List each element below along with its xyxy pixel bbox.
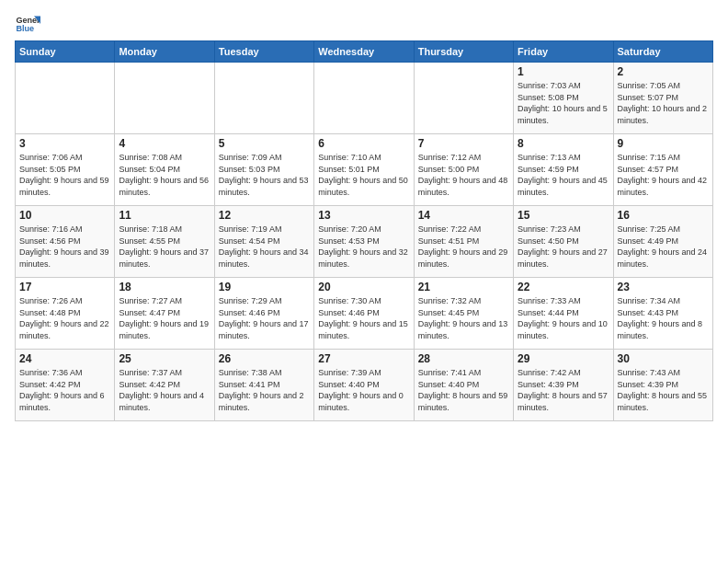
day-info: Sunrise: 7:32 AM Sunset: 4:45 PM Dayligh…: [418, 295, 509, 341]
calendar-cell: 4Sunrise: 7:08 AM Sunset: 5:04 PM Daylig…: [115, 134, 214, 206]
calendar-cell: 29Sunrise: 7:42 AM Sunset: 4:39 PM Dayli…: [514, 350, 613, 421]
calendar-cell: [414, 63, 513, 134]
calendar-cell: 17Sunrise: 7:26 AM Sunset: 4:48 PM Dayli…: [16, 278, 115, 350]
day-number: 13: [318, 209, 409, 222]
calendar-cell: [214, 63, 313, 134]
weekday-header-saturday: Saturday: [613, 41, 712, 63]
day-info: Sunrise: 7:42 AM Sunset: 4:39 PM Dayligh…: [518, 367, 609, 413]
day-number: 24: [19, 352, 110, 365]
calendar-cell: [314, 63, 414, 134]
day-info: Sunrise: 7:20 AM Sunset: 4:53 PM Dayligh…: [318, 224, 409, 270]
day-number: 30: [618, 352, 709, 365]
calendar-cell: 26Sunrise: 7:38 AM Sunset: 4:41 PM Dayli…: [214, 350, 313, 421]
day-number: 28: [418, 352, 509, 365]
calendar-cell: 10Sunrise: 7:16 AM Sunset: 4:56 PM Dayli…: [16, 206, 115, 278]
day-number: 16: [618, 209, 709, 222]
day-info: Sunrise: 7:37 AM Sunset: 4:42 PM Dayligh…: [119, 367, 210, 413]
day-number: 15: [518, 209, 609, 222]
day-info: Sunrise: 7:25 AM Sunset: 4:49 PM Dayligh…: [618, 224, 709, 270]
day-number: 7: [418, 137, 509, 150]
day-info: Sunrise: 7:36 AM Sunset: 4:42 PM Dayligh…: [19, 367, 110, 413]
calendar-cell: 13Sunrise: 7:20 AM Sunset: 4:53 PM Dayli…: [314, 206, 414, 278]
day-info: Sunrise: 7:08 AM Sunset: 5:04 PM Dayligh…: [119, 152, 210, 198]
day-number: 17: [19, 281, 110, 293]
calendar-cell: 19Sunrise: 7:29 AM Sunset: 4:46 PM Dayli…: [214, 278, 313, 350]
day-info: Sunrise: 7:05 AM Sunset: 5:07 PM Dayligh…: [618, 80, 709, 126]
calendar-cell: 7Sunrise: 7:12 AM Sunset: 5:00 PM Daylig…: [414, 134, 513, 206]
calendar-cell: 27Sunrise: 7:39 AM Sunset: 4:40 PM Dayli…: [314, 350, 414, 421]
day-info: Sunrise: 7:03 AM Sunset: 5:08 PM Dayligh…: [518, 80, 609, 126]
weekday-header-thursday: Thursday: [414, 41, 513, 63]
day-info: Sunrise: 7:33 AM Sunset: 4:44 PM Dayligh…: [518, 295, 609, 341]
day-info: Sunrise: 7:15 AM Sunset: 4:57 PM Dayligh…: [618, 152, 709, 198]
day-info: Sunrise: 7:23 AM Sunset: 4:50 PM Dayligh…: [518, 224, 609, 270]
calendar-cell: [115, 63, 214, 134]
day-number: 18: [119, 281, 210, 293]
day-info: Sunrise: 7:18 AM Sunset: 4:55 PM Dayligh…: [119, 224, 210, 270]
svg-text:Blue: Blue: [16, 24, 34, 33]
day-info: Sunrise: 7:12 AM Sunset: 5:00 PM Dayligh…: [418, 152, 509, 198]
calendar-cell: 25Sunrise: 7:37 AM Sunset: 4:42 PM Dayli…: [115, 350, 214, 421]
weekday-header-friday: Friday: [514, 41, 613, 63]
day-number: 9: [618, 137, 709, 150]
day-info: Sunrise: 7:34 AM Sunset: 4:43 PM Dayligh…: [618, 295, 709, 341]
day-number: 29: [518, 352, 609, 365]
weekday-header-tuesday: Tuesday: [214, 41, 313, 63]
day-number: 1: [518, 65, 609, 78]
calendar-cell: 2Sunrise: 7:05 AM Sunset: 5:07 PM Daylig…: [613, 63, 712, 134]
calendar-cell: 30Sunrise: 7:43 AM Sunset: 4:39 PM Dayli…: [613, 350, 712, 421]
day-info: Sunrise: 7:26 AM Sunset: 4:48 PM Dayligh…: [19, 295, 110, 341]
day-number: 25: [119, 352, 210, 365]
calendar-cell: [16, 63, 115, 134]
day-info: Sunrise: 7:09 AM Sunset: 5:03 PM Dayligh…: [219, 152, 310, 198]
calendar-cell: 15Sunrise: 7:23 AM Sunset: 4:50 PM Dayli…: [514, 206, 613, 278]
day-info: Sunrise: 7:29 AM Sunset: 4:46 PM Dayligh…: [219, 295, 310, 341]
logo-icon: General Blue: [15, 11, 40, 37]
calendar-cell: 11Sunrise: 7:18 AM Sunset: 4:55 PM Dayli…: [115, 206, 214, 278]
week-row-1: 1Sunrise: 7:03 AM Sunset: 5:08 PM Daylig…: [16, 63, 713, 134]
day-number: 26: [219, 352, 310, 365]
calendar-cell: 5Sunrise: 7:09 AM Sunset: 5:03 PM Daylig…: [214, 134, 313, 206]
day-info: Sunrise: 7:22 AM Sunset: 4:51 PM Dayligh…: [418, 224, 509, 270]
day-info: Sunrise: 7:30 AM Sunset: 4:46 PM Dayligh…: [318, 295, 409, 341]
calendar-cell: 3Sunrise: 7:06 AM Sunset: 5:05 PM Daylig…: [16, 134, 115, 206]
day-number: 2: [618, 65, 709, 78]
calendar-cell: 1Sunrise: 7:03 AM Sunset: 5:08 PM Daylig…: [514, 63, 613, 134]
week-row-4: 17Sunrise: 7:26 AM Sunset: 4:48 PM Dayli…: [16, 278, 713, 350]
week-row-5: 24Sunrise: 7:36 AM Sunset: 4:42 PM Dayli…: [16, 350, 713, 421]
calendar-cell: 8Sunrise: 7:13 AM Sunset: 4:59 PM Daylig…: [514, 134, 613, 206]
day-info: Sunrise: 7:41 AM Sunset: 4:40 PM Dayligh…: [418, 367, 509, 413]
calendar-cell: 14Sunrise: 7:22 AM Sunset: 4:51 PM Dayli…: [414, 206, 513, 278]
day-number: 12: [219, 209, 310, 222]
day-info: Sunrise: 7:19 AM Sunset: 4:54 PM Dayligh…: [219, 224, 310, 270]
calendar-cell: 20Sunrise: 7:30 AM Sunset: 4:46 PM Dayli…: [314, 278, 414, 350]
day-number: 10: [19, 209, 110, 222]
day-number: 23: [618, 281, 709, 293]
week-row-2: 3Sunrise: 7:06 AM Sunset: 5:05 PM Daylig…: [16, 134, 713, 206]
day-number: 4: [119, 137, 210, 150]
calendar-cell: 21Sunrise: 7:32 AM Sunset: 4:45 PM Dayli…: [414, 278, 513, 350]
day-info: Sunrise: 7:27 AM Sunset: 4:47 PM Dayligh…: [119, 295, 210, 341]
logo: General Blue: [15, 11, 40, 37]
day-info: Sunrise: 7:43 AM Sunset: 4:39 PM Dayligh…: [618, 367, 709, 413]
day-number: 6: [318, 137, 409, 150]
calendar-table: SundayMondayTuesdayWednesdayThursdayFrid…: [15, 40, 713, 421]
calendar-cell: 28Sunrise: 7:41 AM Sunset: 4:40 PM Dayli…: [414, 350, 513, 421]
header: General Blue: [15, 11, 713, 37]
calendar-cell: 16Sunrise: 7:25 AM Sunset: 4:49 PM Dayli…: [613, 206, 712, 278]
weekday-header-row: SundayMondayTuesdayWednesdayThursdayFrid…: [16, 41, 713, 63]
calendar-cell: 6Sunrise: 7:10 AM Sunset: 5:01 PM Daylig…: [314, 134, 414, 206]
day-number: 11: [119, 209, 210, 222]
day-info: Sunrise: 7:38 AM Sunset: 4:41 PM Dayligh…: [219, 367, 310, 413]
day-info: Sunrise: 7:39 AM Sunset: 4:40 PM Dayligh…: [318, 367, 409, 413]
day-info: Sunrise: 7:10 AM Sunset: 5:01 PM Dayligh…: [318, 152, 409, 198]
week-row-3: 10Sunrise: 7:16 AM Sunset: 4:56 PM Dayli…: [16, 206, 713, 278]
day-info: Sunrise: 7:13 AM Sunset: 4:59 PM Dayligh…: [518, 152, 609, 198]
day-number: 20: [318, 281, 409, 293]
weekday-header-monday: Monday: [115, 41, 214, 63]
calendar-cell: 24Sunrise: 7:36 AM Sunset: 4:42 PM Dayli…: [16, 350, 115, 421]
day-number: 22: [518, 281, 609, 293]
calendar-cell: 9Sunrise: 7:15 AM Sunset: 4:57 PM Daylig…: [613, 134, 712, 206]
day-number: 3: [19, 137, 110, 150]
day-number: 19: [219, 281, 310, 293]
